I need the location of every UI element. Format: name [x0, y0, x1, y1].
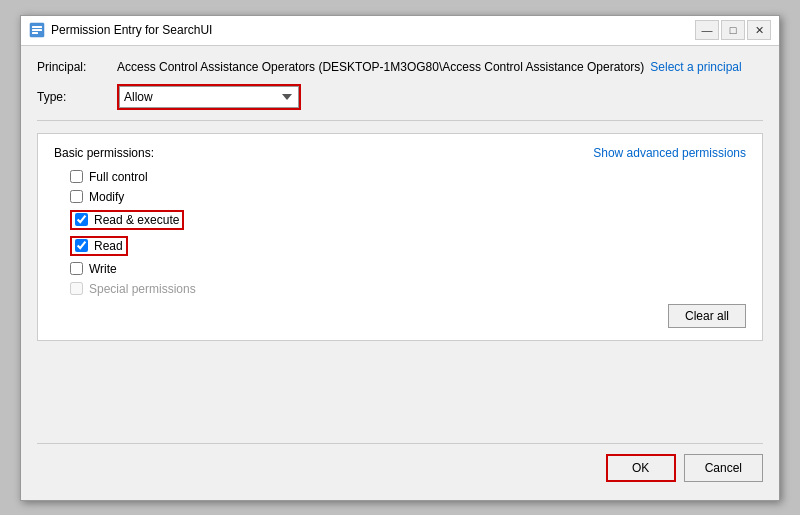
principal-value: Access Control Assistance Operators (DES…: [117, 60, 644, 74]
full-control-label: Full control: [89, 170, 148, 184]
close-button[interactable]: ✕: [747, 20, 771, 40]
read-checkbox[interactable]: [75, 239, 88, 252]
read-execute-checkbox[interactable]: [75, 213, 88, 226]
title-bar-left: Permission Entry for SearchUI: [29, 22, 212, 38]
type-label: Type:: [37, 90, 117, 104]
special-permissions-item: Special permissions: [70, 282, 746, 296]
type-select-wrapper: Allow Deny: [117, 84, 301, 110]
write-label: Write: [89, 262, 117, 276]
read-label: Read: [94, 239, 123, 253]
minimize-button[interactable]: —: [695, 20, 719, 40]
type-row: Type: Allow Deny: [37, 84, 763, 110]
svg-rect-1: [32, 26, 42, 28]
read-item: Read: [70, 236, 746, 256]
svg-rect-3: [32, 32, 38, 34]
cancel-button[interactable]: Cancel: [684, 454, 763, 482]
clear-all-button[interactable]: Clear all: [668, 304, 746, 328]
modify-item: Modify: [70, 190, 746, 204]
modify-checkbox[interactable]: [70, 190, 83, 203]
window-icon: [29, 22, 45, 38]
select-principal-link[interactable]: Select a principal: [650, 60, 741, 74]
read-highlight: Read: [70, 236, 128, 256]
maximize-button[interactable]: □: [721, 20, 745, 40]
show-advanced-link[interactable]: Show advanced permissions: [593, 146, 746, 160]
principal-label: Principal:: [37, 60, 117, 74]
permissions-checkbox-list: Full control Modify Read & execute: [54, 170, 746, 296]
permissions-section: Basic permissions: Show advanced permiss…: [37, 133, 763, 341]
write-item: Write: [70, 262, 746, 276]
divider: [37, 120, 763, 121]
read-execute-item: Read & execute: [70, 210, 746, 230]
read-execute-label: Read & execute: [94, 213, 179, 227]
type-select[interactable]: Allow Deny: [119, 86, 299, 108]
special-permissions-checkbox: [70, 282, 83, 295]
full-control-checkbox[interactable]: [70, 170, 83, 183]
section-header: Basic permissions: Show advanced permiss…: [54, 146, 746, 160]
permission-entry-window: Permission Entry for SearchUI — □ ✕ Prin…: [20, 15, 780, 501]
write-checkbox[interactable]: [70, 262, 83, 275]
window-body: Principal: Access Control Assistance Ope…: [21, 46, 779, 500]
full-control-item: Full control: [70, 170, 746, 184]
basic-permissions-title: Basic permissions:: [54, 146, 154, 160]
title-bar: Permission Entry for SearchUI — □ ✕: [21, 16, 779, 46]
window-title: Permission Entry for SearchUI: [51, 23, 212, 37]
svg-rect-2: [32, 29, 42, 31]
title-bar-controls: — □ ✕: [695, 20, 771, 40]
footer-buttons: OK Cancel: [37, 443, 763, 486]
special-permissions-label: Special permissions: [89, 282, 196, 296]
principal-row: Principal: Access Control Assistance Ope…: [37, 60, 763, 74]
modify-label: Modify: [89, 190, 124, 204]
read-execute-highlight: Read & execute: [70, 210, 184, 230]
ok-button[interactable]: OK: [606, 454, 676, 482]
clear-all-row: Clear all: [54, 304, 746, 328]
bottom-section: [37, 353, 763, 433]
